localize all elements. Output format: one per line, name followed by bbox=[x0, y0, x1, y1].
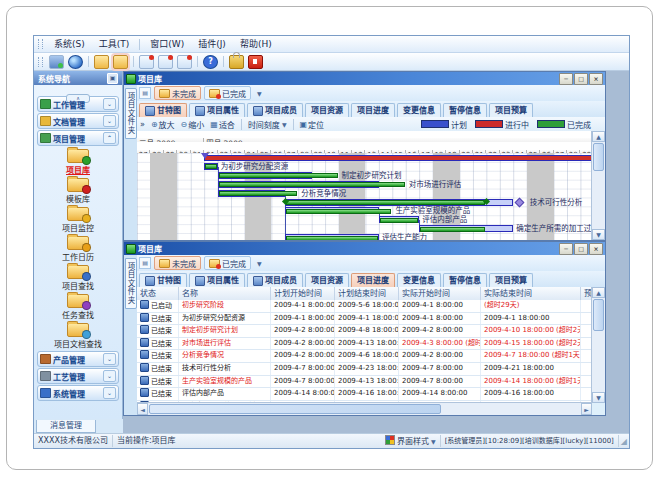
summary-task-bar[interactable] bbox=[204, 155, 594, 161]
table-horizontal-scrollbar[interactable]: ◄ ► bbox=[137, 402, 592, 415]
help-icon[interactable]: ? bbox=[203, 55, 218, 69]
table-row[interactable]: 已结束分析竞争情况2009-4-2 8:00:002009-4-6 18:00:… bbox=[137, 350, 592, 363]
scroll-down-arrow[interactable]: ▼ bbox=[592, 392, 605, 403]
scroll-up-arrow[interactable]: ▲ bbox=[592, 287, 605, 298]
sidebar-group-project[interactable]: 项目管理 ⌃ bbox=[37, 130, 119, 146]
gantt-vertical-scrollbar[interactable]: ▲ ▼ bbox=[591, 131, 605, 240]
table-row[interactable]: 已结束制定初步研究计划2009-4-2 8:00:002009-4-8 18:0… bbox=[137, 325, 592, 338]
task-bar-actual[interactable] bbox=[219, 173, 338, 178]
table-row[interactable]: 已结束评估内部产品2009-4-14 8:00:002009-4-16 18:0… bbox=[137, 388, 592, 401]
task-bar-actual[interactable] bbox=[286, 209, 392, 214]
main-tab-4[interactable]: 项目进度 bbox=[351, 103, 395, 117]
scroll-thumb[interactable] bbox=[593, 299, 604, 331]
sidebar-item-1[interactable]: 模板库 bbox=[34, 178, 122, 204]
scroll-thumb[interactable] bbox=[593, 143, 604, 171]
scroll-left-arrow[interactable]: ◄ bbox=[137, 403, 148, 415]
sidebar-group-bottom-1[interactable]: 工艺管理⌄ bbox=[37, 368, 119, 384]
table-row[interactable]: 已启动初步研究阶段2009-4-1 8:00:002009-5-6 18:00:… bbox=[137, 300, 592, 313]
sidebar-item-0[interactable]: 项目库 bbox=[34, 149, 122, 175]
report-icon[interactable] bbox=[139, 55, 154, 69]
folder-tab-1[interactable]: 已完成 bbox=[204, 86, 251, 100]
scroll-down-arrow[interactable]: ▼ bbox=[592, 229, 605, 240]
task-bar-actual[interactable] bbox=[219, 191, 298, 196]
chevron-down-icon[interactable]: ⌄ bbox=[103, 98, 116, 110]
overflow-chevron-icon[interactable]: ▼ bbox=[257, 260, 262, 267]
save-folder-icon[interactable] bbox=[113, 55, 128, 69]
main-tab-3[interactable]: 项目资源 bbox=[305, 273, 349, 287]
tree-toggle-button[interactable]: ▤ bbox=[139, 87, 151, 99]
project-folder-tab[interactable]: 项目文件夹 bbox=[125, 258, 137, 309]
task-bar-actual[interactable] bbox=[286, 236, 378, 240]
chevron-down-icon[interactable]: ⌄ bbox=[103, 115, 116, 127]
sidebar-group-top-1[interactable]: 文档管理⌄ bbox=[37, 113, 119, 129]
scroll-thumb[interactable] bbox=[149, 404, 441, 414]
folder-tab-1[interactable]: 已完成 bbox=[204, 256, 251, 270]
style-selector[interactable]: 界面样式▼ bbox=[381, 435, 441, 447]
scroll-up-arrow[interactable]: ▲ bbox=[592, 131, 605, 142]
chevron-up-icon[interactable]: ⌃ bbox=[103, 132, 116, 144]
main-tab-2[interactable]: 项目成员 bbox=[247, 103, 303, 117]
project-folder-tab[interactable]: 项目文件夹 bbox=[125, 88, 137, 139]
resize-grip[interactable]: ◢ bbox=[621, 437, 627, 446]
minimize-button[interactable]: ─ bbox=[559, 243, 573, 255]
report-new-icon[interactable] bbox=[177, 55, 192, 69]
table-row[interactable]: 已结束对市场进行评估2009-4-2 8:00:002009-4-13 18:0… bbox=[137, 338, 592, 351]
close-button[interactable]: × bbox=[589, 73, 603, 85]
column-header-5[interactable]: 实际结束时间 bbox=[481, 287, 581, 300]
report-alert-icon[interactable] bbox=[158, 55, 173, 69]
menu-item-1[interactable]: 工具(T) bbox=[92, 36, 137, 52]
main-tab-6[interactable]: 暂停信息 bbox=[443, 103, 487, 117]
folder-open-icon[interactable] bbox=[94, 55, 109, 69]
sidebar-item-2[interactable]: 项目监控 bbox=[34, 207, 122, 233]
sidebar-group-bottom-2[interactable]: 系统管理⌄ bbox=[37, 385, 119, 401]
zoom-in-button[interactable]: ⊕放大 bbox=[151, 119, 175, 130]
main-tab-3[interactable]: 项目资源 bbox=[305, 103, 349, 117]
more-button[interactable]: » bbox=[140, 120, 145, 129]
main-tab-0[interactable]: 甘特图 bbox=[139, 273, 187, 287]
main-tab-5[interactable]: 变更信息 bbox=[397, 273, 441, 287]
main-tab-5[interactable]: 变更信息 bbox=[397, 103, 441, 117]
window-titlebar[interactable]: 项目库 ─ □ × bbox=[124, 72, 605, 85]
column-header-0[interactable]: 状态 bbox=[137, 287, 179, 300]
sidebar-item-6[interactable]: 项目文档查找 bbox=[34, 323, 122, 349]
chevron-down-icon[interactable]: ⌄ bbox=[103, 370, 116, 382]
menu-item-2[interactable]: 窗口(W) bbox=[143, 36, 191, 52]
menu-item-0[interactable]: 系统(S) bbox=[47, 36, 92, 52]
table-row[interactable]: 已结束为初步研究分配资源2009-4-1 8:00:002009-4-1 18:… bbox=[137, 313, 592, 326]
column-header-1[interactable]: 名称 bbox=[179, 287, 271, 300]
zoom-out-button[interactable]: ⊖缩小 bbox=[181, 119, 205, 130]
toolbar-drag-handle[interactable] bbox=[38, 57, 43, 67]
message-tab[interactable]: 消息管理 bbox=[36, 420, 96, 433]
close-button[interactable]: × bbox=[589, 243, 603, 255]
main-tab-4[interactable]: 项目进度 bbox=[351, 273, 395, 287]
main-tab-1[interactable]: 项目属性 bbox=[189, 103, 245, 117]
sidebar-item-4[interactable]: 项目查找 bbox=[34, 265, 122, 291]
task-bar-actual[interactable] bbox=[380, 218, 418, 223]
task-bar-actual[interactable] bbox=[219, 182, 405, 187]
sidebar-item-3[interactable]: 工作日历 bbox=[34, 236, 122, 262]
folder-tab-0[interactable]: 未完成 bbox=[154, 86, 201, 100]
folder-tab-0[interactable]: 未完成 bbox=[154, 256, 201, 270]
chevron-down-icon[interactable]: ⌄ bbox=[103, 387, 116, 399]
sidebar-item-5[interactable]: 任务查找 bbox=[34, 294, 122, 320]
scroll-right-arrow[interactable]: ► bbox=[581, 403, 592, 415]
computer-icon[interactable] bbox=[49, 55, 64, 69]
main-tab-7[interactable]: 项目预算 bbox=[489, 273, 533, 287]
exit-icon[interactable] bbox=[248, 55, 263, 69]
task-bar-actual[interactable] bbox=[286, 200, 486, 205]
chevron-down-icon[interactable]: ⌄ bbox=[103, 353, 116, 365]
sidebar-group-bottom-0[interactable]: 产品管理⌄ bbox=[37, 351, 119, 367]
main-tab-2[interactable]: 项目成员 bbox=[247, 273, 303, 287]
main-tab-0[interactable]: 甘特图 bbox=[139, 103, 187, 117]
maximize-button[interactable]: □ bbox=[574, 243, 588, 255]
fit-button[interactable]: ▦适合 bbox=[210, 119, 235, 130]
time-scale-button[interactable]: 时间刻度▼ bbox=[248, 119, 287, 130]
globe-icon[interactable] bbox=[68, 55, 83, 69]
column-header-3[interactable]: 计划结束时间 bbox=[335, 287, 399, 300]
main-tab-7[interactable]: 项目预算 bbox=[489, 103, 533, 117]
maximize-button[interactable]: □ bbox=[574, 73, 588, 85]
table-vertical-scrollbar[interactable]: ▲ ▼ bbox=[591, 287, 605, 403]
column-header-4[interactable]: 实际开始时间 bbox=[399, 287, 481, 300]
column-header-2[interactable]: 计划开始时间 bbox=[271, 287, 335, 300]
task-bar-actual[interactable] bbox=[205, 164, 216, 169]
